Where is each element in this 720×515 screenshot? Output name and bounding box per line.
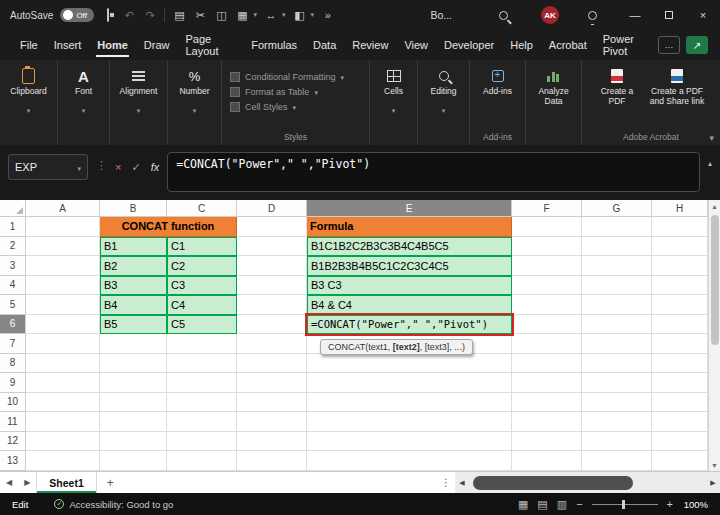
format-as-table-button[interactable]: Format as Table [230, 87, 344, 97]
editing-button[interactable]: Editing [419, 65, 469, 117]
zoom-in-icon[interactable]: + [667, 498, 673, 510]
save-icon[interactable] [101, 10, 115, 21]
create-pdf-button[interactable]: Create a PDF [592, 65, 642, 107]
minimize-button[interactable]: — [618, 0, 652, 30]
collapse-ribbon-icon[interactable]: ▾ [709, 133, 714, 143]
cell-a9[interactable] [26, 373, 100, 393]
row-header-9[interactable]: 9 [0, 373, 26, 393]
cell-h11[interactable] [652, 412, 708, 432]
alignment-button[interactable]: Alignment [114, 65, 164, 117]
cell-e13[interactable] [307, 451, 512, 471]
cell-e11[interactable] [307, 412, 512, 432]
zoom-out-icon[interactable]: − [576, 498, 582, 510]
cell-g4[interactable] [582, 276, 652, 296]
cell-f9[interactable] [512, 373, 582, 393]
row-header-3[interactable]: 3 [0, 256, 26, 276]
cell-f1[interactable] [512, 217, 582, 237]
menu-tab-data[interactable]: Data [305, 30, 344, 60]
column-header-c[interactable]: C [167, 200, 237, 217]
menu-tab-draw[interactable]: Draw [136, 30, 178, 60]
cell-g13[interactable] [582, 451, 652, 471]
cell-b9[interactable] [100, 373, 167, 393]
cell-b6[interactable]: B5 [100, 315, 167, 335]
cell-e12[interactable] [307, 432, 512, 452]
sheet-tab-sheet1[interactable]: Sheet1 [36, 472, 96, 493]
cell-f13[interactable] [512, 451, 582, 471]
new-sheet-button[interactable]: + [97, 476, 124, 490]
expand-formula-bar-icon[interactable]: ▴ [708, 159, 712, 168]
cell-g10[interactable] [582, 393, 652, 413]
cell-d13[interactable] [237, 451, 307, 471]
cell-d4[interactable] [237, 276, 307, 296]
cell-a8[interactable] [26, 354, 100, 374]
horizontal-scrollbar[interactable]: ◀ ▶ [455, 472, 720, 493]
cell-h9[interactable] [652, 373, 708, 393]
cell-c13[interactable] [167, 451, 237, 471]
cell-c5[interactable]: C4 [167, 295, 237, 315]
menu-tab-power-pivot[interactable]: Power Pivot [595, 30, 658, 60]
row-header-11[interactable]: 11 [0, 412, 26, 432]
cell-g8[interactable] [582, 354, 652, 374]
cell-f11[interactable] [512, 412, 582, 432]
copy-icon[interactable]: ◫ [214, 10, 228, 21]
column-header-b[interactable]: B [100, 200, 167, 217]
cell-c8[interactable] [167, 354, 237, 374]
select-all-corner[interactable] [0, 200, 26, 217]
previous-sheet-icon[interactable]: ◀ [0, 478, 18, 487]
cell-e10[interactable] [307, 393, 512, 413]
cell-h1[interactable] [652, 217, 708, 237]
row-header-12[interactable]: 12 [0, 432, 26, 452]
cell-c6[interactable]: C5 [167, 315, 237, 335]
cell-c7[interactable] [167, 334, 237, 354]
cell-b5[interactable]: B4 [100, 295, 167, 315]
search-icon[interactable] [499, 11, 508, 20]
menu-tab-review[interactable]: Review [344, 30, 396, 60]
cell-c11[interactable] [167, 412, 237, 432]
cell-e4[interactable]: B3 C3 [307, 276, 512, 296]
horizontal-scroll-track[interactable] [469, 472, 706, 493]
cells-button[interactable]: Cells [370, 65, 417, 117]
merge-cells-icon[interactable]: ↔ [264, 10, 278, 21]
cell-c10[interactable] [167, 393, 237, 413]
formula-bar-handle[interactable]: ⋮ [96, 159, 107, 172]
cell-f7[interactable] [512, 334, 582, 354]
menu-tab-file[interactable]: File [12, 30, 46, 60]
cell-b3[interactable]: B2 [100, 256, 167, 276]
column-header-d[interactable]: D [237, 200, 307, 217]
row-header-5[interactable]: 5 [0, 295, 26, 315]
cancel-icon[interactable]: × [115, 161, 121, 173]
cell-h4[interactable] [652, 276, 708, 296]
number-button[interactable]: % Number [170, 65, 220, 117]
cell-b7[interactable] [100, 334, 167, 354]
cell-g7[interactable] [582, 334, 652, 354]
tab-scroll-handle[interactable]: ⋮ [437, 477, 455, 488]
undo-icon[interactable]: ↶ [122, 10, 136, 21]
cut-icon[interactable]: ✂ [193, 10, 207, 21]
cell-f4[interactable] [512, 276, 582, 296]
cell-e1[interactable]: Formula [307, 217, 512, 237]
cell-b12[interactable] [100, 432, 167, 452]
borders-icon[interactable]: ▦ [235, 10, 249, 21]
cell-f3[interactable] [512, 256, 582, 276]
cell-d5[interactable] [237, 295, 307, 315]
redo-icon[interactable]: ↷ [143, 10, 157, 21]
close-button[interactable]: × [686, 0, 720, 30]
row-header-7[interactable]: 7 [0, 334, 26, 354]
vertical-scrollbar[interactable]: ▲ ▼ [708, 200, 720, 471]
cell-a2[interactable] [26, 237, 100, 257]
scroll-up-icon[interactable]: ▲ [711, 200, 718, 212]
cell-h3[interactable] [652, 256, 708, 276]
cell-d11[interactable] [237, 412, 307, 432]
autosave-toggle[interactable]: Off [60, 8, 94, 22]
menu-tab-view[interactable]: View [396, 30, 436, 60]
zoom-level[interactable]: 100% [682, 499, 708, 510]
cell-a7[interactable] [26, 334, 100, 354]
font-button[interactable]: A Font [59, 65, 109, 117]
cell-e3[interactable]: B1B2B3B4B5C1C2C3C4C5 [307, 256, 512, 276]
row-header-2[interactable]: 2 [0, 237, 26, 257]
cell-f12[interactable] [512, 432, 582, 452]
zoom-slider-knob[interactable] [622, 500, 625, 509]
column-header-e[interactable]: E [307, 200, 512, 217]
cell-d1[interactable] [237, 217, 307, 237]
cell-g9[interactable] [582, 373, 652, 393]
